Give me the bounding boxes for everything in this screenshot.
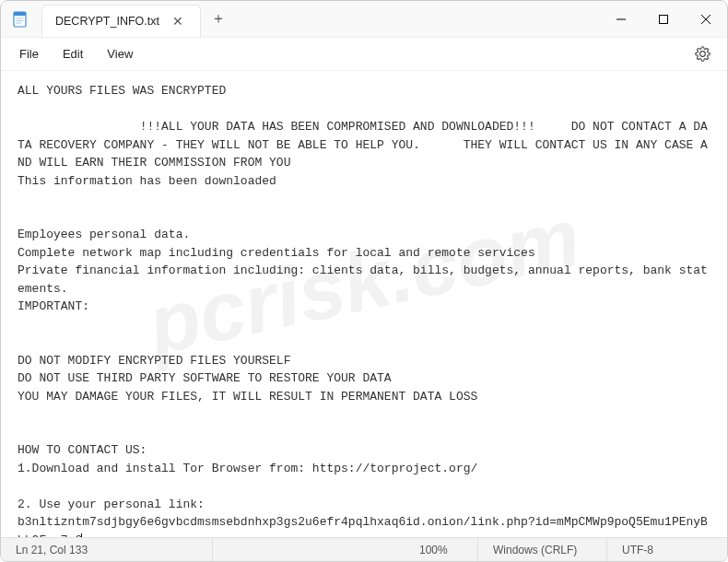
minimize-button[interactable] <box>600 1 642 37</box>
menu-view[interactable]: View <box>98 43 142 64</box>
text-editor-area[interactable]: ALL YOURS FILES WAS ENCRYPTED !!!ALL YOU… <box>1 71 727 537</box>
status-zoom[interactable]: 100% <box>405 538 478 561</box>
notepad-app-icon <box>1 1 40 37</box>
maximize-button[interactable] <box>642 1 685 37</box>
status-position: Ln 21, Col 133 <box>1 538 213 561</box>
status-encoding[interactable]: UTF-8 <box>607 538 727 561</box>
svg-rect-6 <box>660 15 668 23</box>
status-bar: Ln 21, Col 133 100% Windows (CRLF) UTF-8 <box>1 537 727 561</box>
window-controls <box>600 1 727 37</box>
menu-file[interactable]: File <box>10 43 48 64</box>
close-window-button[interactable] <box>685 1 727 37</box>
notepad-window: DECRYPT_INFO.txt ✕ ＋ File Edit View <box>0 0 728 562</box>
tab-title: DECRYPT_INFO.txt <box>55 15 159 28</box>
svg-rect-1 <box>14 12 26 16</box>
new-tab-button[interactable]: ＋ <box>201 1 236 37</box>
gear-icon <box>695 46 710 62</box>
menu-bar: File Edit View <box>1 38 727 71</box>
document-tab[interactable]: DECRYPT_INFO.txt ✕ <box>41 5 201 37</box>
close-tab-icon[interactable]: ✕ <box>169 14 187 29</box>
status-line-endings[interactable]: Windows (CRLF) <box>478 538 607 561</box>
menu-edit[interactable]: Edit <box>53 43 92 64</box>
text-caret <box>81 533 82 538</box>
title-bar: DECRYPT_INFO.txt ✕ ＋ <box>1 1 727 38</box>
settings-button[interactable] <box>687 42 718 65</box>
